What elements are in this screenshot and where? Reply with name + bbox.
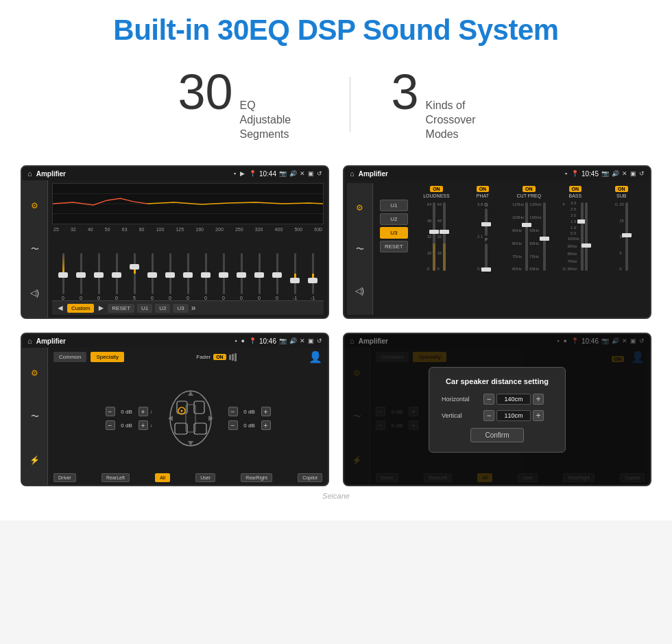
freq-250: 250 — [235, 227, 243, 232]
vertical-plus[interactable]: + — [533, 410, 544, 421]
preset-buttons: U1 U2 U3 RESET — [380, 186, 408, 312]
freq-50: 50 — [105, 227, 110, 232]
slider-4[interactable]: 0 — [108, 253, 125, 300]
distance-dialog: Car speaker distance setting Horizontal … — [429, 367, 566, 453]
slider-3[interactable]: 0 — [91, 253, 107, 300]
wave-icon[interactable]: 〜 — [31, 243, 39, 255]
db-row-bottomright: − 0 dB + — [228, 420, 271, 430]
slider-9[interactable]: 0 — [197, 253, 214, 300]
bar1 — [229, 355, 231, 360]
reset-preset[interactable]: RESET — [380, 241, 408, 252]
slider-13[interactable]: 0 — [269, 253, 285, 300]
all-btn[interactable]: All — [155, 473, 170, 482]
minus-btn-br[interactable]: − — [228, 420, 238, 430]
minus-btn-tl[interactable]: − — [106, 407, 115, 416]
home-icon2[interactable]: ⌂ — [350, 169, 355, 178]
horizontal-input-group: − 140cm + — [483, 394, 544, 405]
svg-rect-8 — [194, 423, 206, 434]
slider-12[interactable]: 0 — [251, 253, 267, 300]
reset-btn[interactable]: RESET — [108, 304, 134, 313]
confirm-button[interactable]: Confirm — [470, 428, 523, 442]
rearright-btn[interactable]: RearRight — [241, 473, 272, 482]
eq-icon2[interactable]: ⚙ — [356, 203, 363, 213]
minus-btn-tr[interactable]: − — [228, 407, 238, 416]
plus-btn-tl[interactable]: + — [139, 407, 148, 416]
speaker-icon2[interactable]: ◁) — [355, 286, 364, 296]
minus-btn-bl[interactable]: − — [106, 420, 115, 430]
horizontal-minus[interactable]: − — [483, 394, 494, 405]
screen2-record-icon: ▪ — [565, 170, 567, 177]
camera-icon3: 📷 — [279, 337, 287, 344]
u3-preset[interactable]: U3 — [380, 227, 408, 239]
freq-32: 32 — [71, 227, 76, 232]
home-icon3[interactable]: ⌂ — [27, 337, 32, 345]
speaker-tl: ♪ — [150, 409, 153, 415]
close-icon: ✕ — [300, 170, 305, 177]
user-icon[interactable]: 👤 — [309, 350, 322, 363]
slider-15[interactable]: -1 — [304, 253, 321, 300]
slider-5[interactable]: 5 — [126, 253, 143, 300]
user-btn[interactable]: User — [195, 473, 215, 482]
next-arrow[interactable]: ► — [97, 303, 105, 313]
freq-500: 500 — [294, 227, 302, 232]
u3-btn[interactable]: U3 — [173, 304, 188, 313]
common-tab[interactable]: Common — [53, 352, 86, 362]
screen3-bottom: Driver RearLeft All User RearRight Copil… — [53, 473, 322, 482]
screen1-body: ⚙ 〜 ◁) — [22, 180, 328, 318]
specialty-tab[interactable]: Specialty — [91, 352, 123, 362]
screen1-appname: Amplifier — [36, 170, 230, 178]
freq-160: 160 — [195, 227, 204, 232]
wave-icon2[interactable]: 〜 — [356, 243, 364, 255]
prev-arrow[interactable]: ◄ — [56, 303, 64, 313]
sliders-row: 0 0 0 — [52, 235, 324, 300]
speaker-icon[interactable]: ◁) — [30, 288, 39, 298]
screenshots-grid: ⌂ Amplifier ▪ ▶ 📍 10:44 📷 🔊 ✕ ▣ ↺ ⚙ 〜 — [21, 165, 651, 486]
wave-icon3[interactable]: 〜 — [31, 411, 39, 422]
slider-10[interactable]: 0 — [215, 253, 232, 300]
car-layout: − 0 dB + ♪ − 0 dB + ♪ — [53, 366, 322, 470]
plus-btn-bl[interactable]: + — [139, 420, 148, 430]
screen1-statusbar: ⌂ Amplifier ▪ ▶ 📍 10:44 📷 🔊 ✕ ▣ ↺ — [22, 167, 328, 180]
window-icon: ▣ — [308, 170, 314, 177]
plus-btn-tr[interactable]: + — [261, 407, 271, 416]
slider-8[interactable]: 0 — [180, 253, 196, 300]
slider-2[interactable]: 0 — [73, 253, 89, 300]
copilot-btn[interactable]: Copilot — [298, 473, 322, 482]
driver-btn[interactable]: Driver — [53, 473, 76, 482]
screen2-appname: Amplifier — [359, 170, 561, 178]
screen1-sidebar: ⚙ 〜 ◁) — [22, 180, 48, 318]
bluetooth-icon[interactable]: ⚡ — [29, 455, 40, 465]
u2-preset[interactable]: U2 — [380, 213, 408, 225]
rearleft-btn[interactable]: RearLeft — [101, 473, 130, 482]
screen2-container: ⌂ Amplifier ▪ 📍 10:45 📷 🔊 ✕ ▣ ↺ ⚙ 〜 ◁) — [343, 165, 651, 319]
u1-btn[interactable]: U1 — [137, 304, 152, 313]
horizontal-plus[interactable]: + — [533, 394, 544, 405]
slider-11[interactable]: 0 — [233, 253, 250, 300]
screen2-time: 10:45 — [581, 170, 599, 178]
back-icon2[interactable]: ↺ — [639, 170, 645, 177]
eq-icon3[interactable]: ⚙ — [31, 368, 38, 378]
horizontal-value: 140cm — [496, 394, 531, 405]
custom-btn[interactable]: Custom — [67, 304, 95, 313]
phat-channel: ON PHAT 3.8 2.1 0.5 G — [461, 186, 504, 271]
slider-14[interactable]: -1 — [287, 253, 303, 300]
home-icon[interactable]: ⌂ — [27, 169, 32, 178]
plus-btn-br[interactable]: + — [261, 420, 271, 430]
db-value-br: 0 dB — [240, 422, 259, 429]
volume-icon3: 🔊 — [289, 337, 297, 344]
more-arrow[interactable]: » — [191, 303, 196, 313]
watermark: Seicane — [21, 492, 651, 500]
slider-6[interactable]: 0 — [144, 253, 160, 300]
u1-preset[interactable]: U1 — [380, 200, 408, 211]
eq-icon[interactable]: ⚙ — [31, 201, 38, 211]
stat-crossover-number: 3 — [392, 67, 419, 117]
screen4-container: ⌂ Amplifier ▪ ● 📍 10:46 📷 🔊 ✕ ▣ ↺ ⚙ — [343, 333, 651, 486]
back-icon3[interactable]: ↺ — [317, 337, 322, 344]
close-icon3: ✕ — [300, 337, 305, 344]
slider-7[interactable]: 0 — [162, 253, 178, 300]
slider-1[interactable]: 0 — [55, 253, 71, 300]
vertical-minus[interactable]: − — [483, 410, 494, 421]
back-icon[interactable]: ↺ — [317, 170, 322, 177]
u2-btn[interactable]: U2 — [155, 304, 170, 313]
screen1-play-icon: ▶ — [240, 170, 245, 177]
